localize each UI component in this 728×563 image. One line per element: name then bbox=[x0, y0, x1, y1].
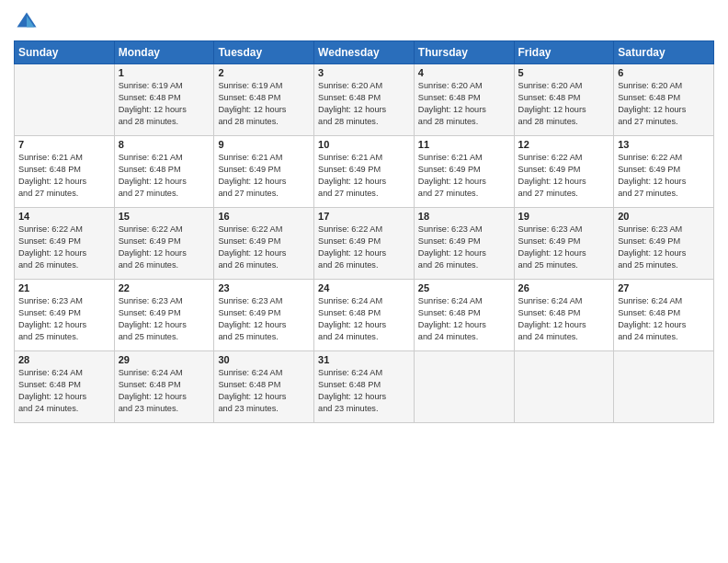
calendar-cell: 6Sunrise: 6:20 AM Sunset: 6:48 PM Daylig… bbox=[614, 64, 714, 136]
day-number: 13 bbox=[618, 139, 710, 150]
day-number: 18 bbox=[418, 211, 510, 222]
calendar-cell: 8Sunrise: 6:21 AM Sunset: 6:48 PM Daylig… bbox=[114, 136, 214, 208]
day-info: Sunrise: 6:22 AM Sunset: 6:49 PM Dayligh… bbox=[618, 152, 710, 200]
calendar-cell: 25Sunrise: 6:24 AM Sunset: 6:48 PM Dayli… bbox=[414, 280, 514, 351]
calendar-cell: 20Sunrise: 6:23 AM Sunset: 6:49 PM Dayli… bbox=[614, 208, 714, 280]
day-number: 3 bbox=[318, 67, 410, 78]
calendar-cell: 17Sunrise: 6:22 AM Sunset: 6:49 PM Dayli… bbox=[314, 208, 415, 280]
calendar-cell: 27Sunrise: 6:24 AM Sunset: 6:48 PM Dayli… bbox=[614, 280, 714, 351]
col-header-saturday: Saturday bbox=[614, 41, 714, 64]
calendar-cell: 15Sunrise: 6:22 AM Sunset: 6:49 PM Dayli… bbox=[114, 208, 214, 280]
day-info: Sunrise: 6:24 AM Sunset: 6:48 PM Dayligh… bbox=[618, 295, 710, 343]
calendar-cell: 10Sunrise: 6:21 AM Sunset: 6:49 PM Dayli… bbox=[314, 136, 415, 208]
day-info: Sunrise: 6:24 AM Sunset: 6:48 PM Dayligh… bbox=[318, 295, 410, 343]
calendar-cell: 5Sunrise: 6:20 AM Sunset: 6:48 PM Daylig… bbox=[514, 64, 614, 136]
day-number: 6 bbox=[618, 67, 710, 78]
day-number: 16 bbox=[218, 211, 310, 222]
calendar-cell: 2Sunrise: 6:19 AM Sunset: 6:48 PM Daylig… bbox=[214, 64, 314, 136]
day-number: 31 bbox=[318, 354, 410, 365]
day-number: 4 bbox=[418, 67, 510, 78]
day-info: Sunrise: 6:22 AM Sunset: 6:49 PM Dayligh… bbox=[18, 224, 110, 271]
day-number: 9 bbox=[218, 139, 310, 150]
calendar-cell: 1Sunrise: 6:19 AM Sunset: 6:48 PM Daylig… bbox=[114, 64, 214, 136]
day-number: 8 bbox=[119, 139, 210, 150]
day-number: 28 bbox=[18, 354, 110, 365]
day-number: 20 bbox=[618, 211, 710, 222]
header-row: SundayMondayTuesdayWednesdayThursdayFrid… bbox=[15, 41, 714, 64]
page: SundayMondayTuesdayWednesdayThursdayFrid… bbox=[0, 0, 728, 563]
day-info: Sunrise: 6:23 AM Sunset: 6:49 PM Dayligh… bbox=[218, 295, 310, 343]
day-number: 30 bbox=[218, 354, 310, 365]
col-header-sunday: Sunday bbox=[15, 41, 115, 64]
calendar-cell: 9Sunrise: 6:21 AM Sunset: 6:49 PM Daylig… bbox=[214, 136, 314, 208]
calendar-cell: 22Sunrise: 6:23 AM Sunset: 6:49 PM Dayli… bbox=[114, 280, 214, 351]
day-number: 19 bbox=[518, 211, 610, 222]
calendar-cell: 29Sunrise: 6:24 AM Sunset: 6:48 PM Dayli… bbox=[114, 351, 214, 423]
day-info: Sunrise: 6:19 AM Sunset: 6:48 PM Dayligh… bbox=[119, 80, 210, 128]
day-number: 22 bbox=[119, 282, 210, 293]
day-number: 27 bbox=[618, 282, 710, 293]
day-info: Sunrise: 6:21 AM Sunset: 6:48 PM Dayligh… bbox=[18, 152, 110, 200]
day-number: 7 bbox=[18, 139, 110, 150]
day-number: 1 bbox=[119, 67, 210, 78]
day-info: Sunrise: 6:20 AM Sunset: 6:48 PM Dayligh… bbox=[618, 80, 710, 128]
day-info: Sunrise: 6:21 AM Sunset: 6:49 PM Dayligh… bbox=[418, 152, 510, 200]
calendar-cell: 30Sunrise: 6:24 AM Sunset: 6:48 PM Dayli… bbox=[214, 351, 314, 423]
day-info: Sunrise: 6:20 AM Sunset: 6:48 PM Dayligh… bbox=[518, 80, 610, 128]
header bbox=[14, 9, 714, 35]
day-info: Sunrise: 6:24 AM Sunset: 6:48 PM Dayligh… bbox=[119, 367, 210, 415]
day-number: 17 bbox=[318, 211, 410, 222]
day-info: Sunrise: 6:23 AM Sunset: 6:49 PM Dayligh… bbox=[418, 224, 510, 271]
col-header-wednesday: Wednesday bbox=[314, 41, 415, 64]
day-info: Sunrise: 6:24 AM Sunset: 6:48 PM Dayligh… bbox=[18, 367, 110, 415]
calendar-cell: 28Sunrise: 6:24 AM Sunset: 6:48 PM Dayli… bbox=[15, 351, 115, 423]
day-info: Sunrise: 6:21 AM Sunset: 6:49 PM Dayligh… bbox=[318, 152, 410, 200]
day-info: Sunrise: 6:22 AM Sunset: 6:49 PM Dayligh… bbox=[518, 152, 610, 200]
day-info: Sunrise: 6:20 AM Sunset: 6:48 PM Dayligh… bbox=[418, 80, 510, 128]
calendar-cell: 14Sunrise: 6:22 AM Sunset: 6:49 PM Dayli… bbox=[15, 208, 115, 280]
week-row-3: 14Sunrise: 6:22 AM Sunset: 6:49 PM Dayli… bbox=[15, 208, 714, 280]
calendar-cell: 21Sunrise: 6:23 AM Sunset: 6:49 PM Dayli… bbox=[15, 280, 115, 351]
day-info: Sunrise: 6:23 AM Sunset: 6:49 PM Dayligh… bbox=[518, 224, 610, 271]
calendar-cell bbox=[614, 351, 714, 423]
day-info: Sunrise: 6:23 AM Sunset: 6:49 PM Dayligh… bbox=[119, 295, 210, 343]
day-number: 26 bbox=[518, 282, 610, 293]
calendar-cell: 11Sunrise: 6:21 AM Sunset: 6:49 PM Dayli… bbox=[414, 136, 514, 208]
logo-icon bbox=[14, 9, 40, 35]
day-number: 2 bbox=[218, 67, 310, 78]
calendar-cell: 13Sunrise: 6:22 AM Sunset: 6:49 PM Dayli… bbox=[614, 136, 714, 208]
calendar-cell bbox=[414, 351, 514, 423]
day-number: 29 bbox=[119, 354, 210, 365]
day-number: 21 bbox=[18, 282, 110, 293]
calendar-cell: 26Sunrise: 6:24 AM Sunset: 6:48 PM Dayli… bbox=[514, 280, 614, 351]
day-number: 12 bbox=[518, 139, 610, 150]
calendar-cell: 31Sunrise: 6:24 AM Sunset: 6:48 PM Dayli… bbox=[314, 351, 415, 423]
calendar-cell: 16Sunrise: 6:22 AM Sunset: 6:49 PM Dayli… bbox=[214, 208, 314, 280]
day-info: Sunrise: 6:21 AM Sunset: 6:49 PM Dayligh… bbox=[218, 152, 310, 200]
col-header-tuesday: Tuesday bbox=[214, 41, 314, 64]
day-number: 25 bbox=[418, 282, 510, 293]
calendar-table: SundayMondayTuesdayWednesdayThursdayFrid… bbox=[14, 40, 714, 423]
calendar-cell: 18Sunrise: 6:23 AM Sunset: 6:49 PM Dayli… bbox=[414, 208, 514, 280]
day-info: Sunrise: 6:22 AM Sunset: 6:49 PM Dayligh… bbox=[218, 224, 310, 271]
day-info: Sunrise: 6:19 AM Sunset: 6:48 PM Dayligh… bbox=[218, 80, 310, 128]
week-row-1: 1Sunrise: 6:19 AM Sunset: 6:48 PM Daylig… bbox=[15, 64, 714, 136]
day-info: Sunrise: 6:23 AM Sunset: 6:49 PM Dayligh… bbox=[618, 224, 710, 271]
day-number: 10 bbox=[318, 139, 410, 150]
day-info: Sunrise: 6:22 AM Sunset: 6:49 PM Dayligh… bbox=[119, 224, 210, 271]
calendar-cell: 23Sunrise: 6:23 AM Sunset: 6:49 PM Dayli… bbox=[214, 280, 314, 351]
calendar-cell: 19Sunrise: 6:23 AM Sunset: 6:49 PM Dayli… bbox=[514, 208, 614, 280]
day-info: Sunrise: 6:23 AM Sunset: 6:49 PM Dayligh… bbox=[18, 295, 110, 343]
day-number: 5 bbox=[518, 67, 610, 78]
day-number: 23 bbox=[218, 282, 310, 293]
calendar-cell: 12Sunrise: 6:22 AM Sunset: 6:49 PM Dayli… bbox=[514, 136, 614, 208]
calendar-cell bbox=[514, 351, 614, 423]
day-info: Sunrise: 6:21 AM Sunset: 6:48 PM Dayligh… bbox=[119, 152, 210, 200]
week-row-2: 7Sunrise: 6:21 AM Sunset: 6:48 PM Daylig… bbox=[15, 136, 714, 208]
col-header-friday: Friday bbox=[514, 41, 614, 64]
day-info: Sunrise: 6:24 AM Sunset: 6:48 PM Dayligh… bbox=[518, 295, 610, 343]
day-info: Sunrise: 6:24 AM Sunset: 6:48 PM Dayligh… bbox=[418, 295, 510, 343]
day-info: Sunrise: 6:24 AM Sunset: 6:48 PM Dayligh… bbox=[318, 367, 410, 415]
day-number: 24 bbox=[318, 282, 410, 293]
col-header-monday: Monday bbox=[114, 41, 214, 64]
